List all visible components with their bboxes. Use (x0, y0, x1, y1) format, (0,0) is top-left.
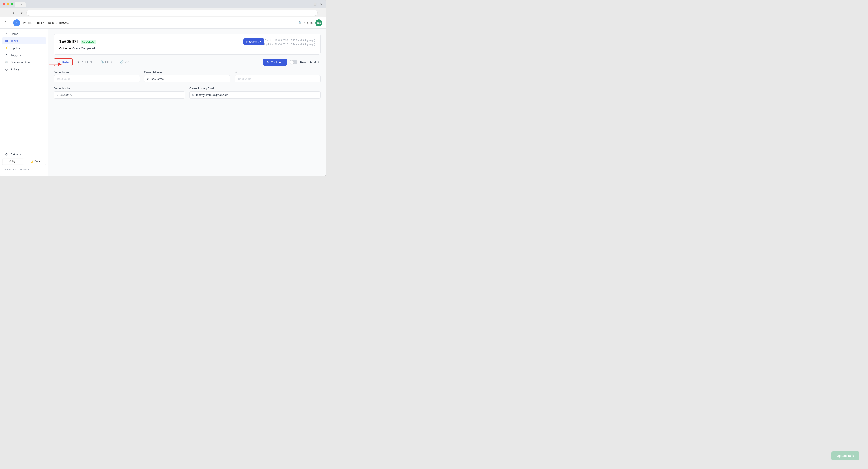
raw-data-mode-toggle[interactable] (289, 60, 298, 64)
owner-mobile-label: Owner Mobile (54, 87, 185, 90)
files-tab-label: FILES (105, 60, 113, 64)
owner-name-input[interactable]: Input value (54, 75, 140, 82)
owner-mobile-input[interactable]: 0403009470 (54, 91, 185, 99)
breadcrumb-sep-2: / (45, 21, 46, 25)
resubmit-button[interactable]: Resubmit ▾ (243, 38, 265, 45)
files-tab-icon: 📎 (101, 61, 104, 64)
more-options-button[interactable]: ··· (238, 39, 242, 44)
field-owner-address: Owner Address 28 Day Street (144, 71, 230, 82)
task-actions: ··· Resubmit ▾ (238, 38, 265, 45)
browser-controls (3, 3, 13, 5)
sidebar-label-pipeline: Pipeline (10, 46, 21, 50)
tab-pipeline[interactable]: ⚙ PIPELINE (73, 58, 97, 66)
email-icon: ✉ (192, 94, 194, 97)
owner-address-label: Owner Address (144, 71, 230, 74)
data-tab-label: DATA (62, 61, 69, 64)
sidebar-item-home[interactable]: ⌂ Home (2, 30, 46, 37)
settings-icon: ⚙ (4, 153, 8, 156)
logo-icon: ✦ (16, 22, 18, 24)
jobs-tab-label: JOBS (125, 60, 132, 64)
collapse-icon: « (4, 168, 6, 171)
sidebar-item-documentation[interactable]: 📖 Documentation (2, 59, 46, 66)
sidebar-label-tasks: Tasks (10, 39, 18, 43)
tasks-icon: ▦ (4, 39, 8, 43)
configure-button[interactable]: ⚙ Configure (263, 59, 287, 66)
maximize-button[interactable] (10, 3, 13, 5)
tab-jobs[interactable]: 🔗 JOBS (117, 58, 136, 66)
tab-close-icon[interactable]: ✕ (20, 3, 22, 5)
triggers-icon: ↗ (4, 53, 8, 57)
documentation-icon: 📖 (4, 60, 8, 64)
collapse-sidebar-button[interactable]: « Collapse Sidebar (2, 167, 46, 172)
app-container: ⋮⋮ ✦ Projects / Test ▾ / Tasks / 1e60597… (0, 17, 326, 176)
breadcrumb-tasks[interactable]: Tasks (48, 21, 55, 25)
activity-icon: ◎ (4, 67, 8, 71)
browser-more-icon[interactable]: ⋮ (319, 10, 323, 15)
owner-address-input[interactable]: 28 Day Street (144, 75, 230, 82)
sidebar-item-activity[interactable]: ◎ Activity (2, 66, 46, 73)
theme-light-button[interactable]: ☀ Light (3, 159, 24, 164)
field-hi: Hi Input value (235, 71, 320, 82)
search-label: Search (304, 21, 313, 25)
back-button[interactable]: ‹ (3, 10, 9, 16)
main-content: 1e60597f SUCCESS ··· Resubmit ▾ (49, 29, 326, 176)
browser-tab[interactable]: ✕ (15, 2, 26, 7)
app-header: ⋮⋮ ✦ Projects / Test ▾ / Tasks / 1e60597… (0, 17, 326, 29)
forward-button[interactable]: › (10, 10, 17, 16)
win-minimize-icon[interactable]: — (306, 2, 311, 6)
outcome-value: Quote Completed (72, 47, 95, 50)
window-controls: — ⬜ ✕ (306, 2, 323, 6)
new-tab-button[interactable]: + (26, 2, 32, 7)
close-button[interactable] (3, 3, 5, 5)
browser-titlebar: ✕ + — ⬜ ✕ (0, 0, 326, 8)
theme-toggle: ☀ Light 🌙 Dark (2, 158, 46, 165)
header-search[interactable]: 🔍 Search (298, 21, 313, 25)
main-layout: ⌂ Home ▦ Tasks ⚡ Pipeline ↗ Triggers (0, 29, 326, 176)
sidebar-nav: ⌂ Home ▦ Tasks ⚡ Pipeline ↗ Triggers (0, 30, 48, 149)
resubmit-dropdown-icon: ▾ (259, 40, 261, 43)
configure-icon: ⚙ (267, 61, 269, 64)
sidebar-label-activity: Activity (10, 68, 20, 71)
app-logo: ✦ (13, 19, 20, 26)
theme-dark-button[interactable]: 🌙 Dark (25, 159, 46, 164)
breadcrumb-task-id: 1e60597f (59, 21, 70, 25)
task-header: 1e60597f SUCCESS ··· Resubmit ▾ (59, 38, 264, 45)
resubmit-label: Resubmit (246, 40, 258, 43)
pipeline-tab-label: PIPELINE (81, 60, 94, 64)
fields-row-2: Owner Mobile 0403009470 Owner Primary Em… (54, 87, 320, 99)
hi-input[interactable]: Input value (235, 75, 320, 82)
breadcrumb-sep-3: / (56, 21, 57, 25)
theme-light-label: Light (12, 160, 18, 163)
sidebar-item-tasks[interactable]: ▦ Tasks (2, 37, 46, 44)
url-bar[interactable] (26, 10, 317, 16)
sidebar: ⌂ Home ▦ Tasks ⚡ Pipeline ↗ Triggers (0, 29, 49, 176)
sidebar-item-pipeline[interactable]: ⚡ Pipeline (2, 44, 46, 52)
browser-toolbar: ‹ › ↻ ⋮ (0, 8, 326, 17)
win-close-icon[interactable]: ✕ (319, 2, 323, 6)
breadcrumb-projects[interactable]: Projects (23, 21, 33, 25)
breadcrumb-dropdown-icon[interactable]: ▾ (43, 22, 44, 24)
collapse-label: Collapse Sidebar (7, 168, 29, 171)
refresh-button[interactable]: ↻ (19, 10, 25, 16)
owner-email-input[interactable]: ✉ tammykim83@gmail.com (189, 91, 320, 99)
tab-data[interactable]: 📄 DATA (54, 58, 73, 66)
field-owner-mobile: Owner Mobile 0403009470 (54, 87, 185, 99)
user-avatar[interactable]: BB (315, 19, 322, 26)
grid-icon[interactable]: ⋮⋮ (3, 21, 10, 25)
data-tab-icon: 📄 (57, 61, 61, 64)
sidebar-item-settings[interactable]: ⚙ Settings (2, 151, 46, 158)
updated-date: Updated: 23 Oct 2023, 10:14 AM (23 days … (264, 42, 315, 46)
browser-frame: ✕ + — ⬜ ✕ ‹ › ↻ ⋮ ⋮⋮ ✦ Projects / Test (0, 0, 326, 176)
field-owner-email: Owner Primary Email ✉ tammykim83@gmail.c… (189, 87, 320, 99)
win-maximize-icon[interactable]: ⬜ (312, 2, 317, 6)
sidebar-item-triggers[interactable]: ↗ Triggers (2, 52, 46, 59)
tab-files[interactable]: 📎 FILES (97, 58, 117, 66)
field-owner-name: Owner Name Input value (54, 71, 140, 82)
minimize-button[interactable] (7, 3, 9, 5)
created-date: Created: 18 Oct 2023, 12:19 PM (28 days … (264, 38, 315, 42)
task-card: 1e60597f SUCCESS ··· Resubmit ▾ (54, 34, 320, 55)
tab-bar: ✕ + (15, 2, 305, 7)
breadcrumb-test[interactable]: Test (37, 21, 42, 25)
owner-email-label: Owner Primary Email (189, 87, 320, 90)
outcome-row: Outcome: Quote Completed (59, 47, 264, 50)
